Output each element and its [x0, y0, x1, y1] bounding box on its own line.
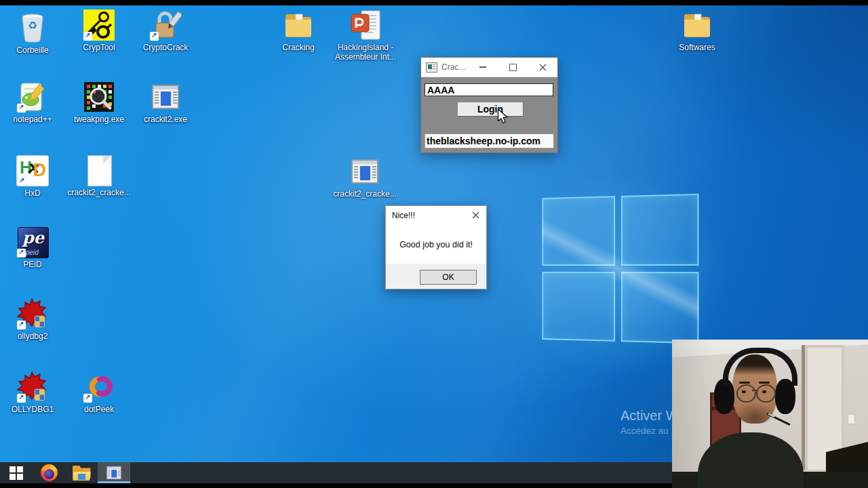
- watermark-line1: Activer W: [620, 408, 679, 424]
- desktop-icon-label: PEiD: [23, 260, 41, 269]
- webcam-overlay: [672, 340, 868, 488]
- crackme-window-titlebar[interactable]: Crac...: [421, 58, 557, 77]
- activation-watermark: Activer W Accédez au: [620, 408, 679, 436]
- app-window-icon: [426, 62, 437, 73]
- shortcut-arrow-icon: [17, 394, 26, 403]
- windows-logo-wallpaper: [542, 194, 698, 344]
- shortcut-arrow-icon: [83, 394, 92, 403]
- desktop-icon-tweakpng[interactable]: tweakpng.exe: [68, 81, 130, 124]
- tweakpng-magnifier-icon: [83, 81, 115, 113]
- dialog-title: Nice!!!: [392, 211, 415, 220]
- desktop-icon-hackingisland[interactable]: HackingIsland - Assembleur Int...: [328, 9, 403, 62]
- desktop-icon-peid[interactable]: PEiD: [1, 226, 64, 269]
- hxd-icon: [16, 155, 49, 186]
- folder-icon: [681, 9, 713, 41]
- screen: Corbeille CrypTool CryptoCrack notepad++…: [0, 0, 868, 488]
- maximize-button[interactable]: [498, 58, 528, 77]
- desktop-icon-label: crackit2_cracke...: [67, 188, 130, 197]
- headphone-band: [723, 348, 797, 386]
- blank-document-icon: [87, 155, 112, 186]
- file-explorer-icon: [73, 466, 91, 481]
- glasses-lens-right: [756, 384, 776, 403]
- glasses-lens-left: [736, 384, 756, 403]
- shortcut-arrow-icon: [17, 249, 26, 258]
- desktop-icon-crackit2-exe[interactable]: crackit2.exe: [134, 81, 197, 124]
- ollydbg-icon: [16, 298, 49, 329]
- desktop-icon-label: crackit2_cracke...: [333, 189, 396, 199]
- app-window-icon: [149, 81, 182, 113]
- desktop-icon-label: crackit2.exe: [144, 115, 187, 124]
- desktop-icon-label: OLLYDBG1: [12, 405, 54, 414]
- dotpeek-icon: [83, 371, 115, 403]
- watermark-line2: Accédez au: [620, 426, 679, 436]
- dialog-footer: OK: [386, 264, 486, 289]
- crackme-window: Crac... Login theblacksheep.no-ip.com: [420, 57, 558, 153]
- padlock-pencil-icon: [149, 9, 182, 41]
- desktop-icon-ollydbg2[interactable]: ollydbg2: [1, 298, 64, 341]
- minimize-icon: [479, 66, 486, 68]
- firefox-icon: [41, 464, 58, 481]
- desktop-icon-cracking-folder[interactable]: Cracking: [267, 9, 330, 52]
- desktop-icon-label: HxD: [24, 188, 40, 198]
- close-icon: [472, 211, 479, 219]
- dialog-close-button[interactable]: [471, 211, 480, 220]
- desktop-icon-hxd[interactable]: HxD: [1, 155, 64, 198]
- taskbar-firefox-button[interactable]: [33, 462, 65, 483]
- desktop-icon-label: tweakpng.exe: [74, 115, 124, 124]
- window-title: Crac...: [441, 62, 468, 72]
- maximize-icon: [509, 64, 517, 71]
- folder-icon: [282, 9, 315, 41]
- desktop-icon-crackit2-cracked-doc[interactable]: crackit2_cracke...: [68, 155, 130, 197]
- webcam-light-switch: [848, 414, 855, 424]
- desktop-icon-label: Cracking: [282, 43, 314, 52]
- server-field[interactable]: theblacksheep.no-ip.com: [425, 134, 554, 148]
- desktop-icon-ollydbg1[interactable]: OLLYDBG1: [1, 371, 64, 414]
- app-window-icon: [105, 464, 123, 481]
- desktop-icon-label: dotPeek: [84, 405, 114, 414]
- powerpoint-doc-icon: [349, 9, 382, 41]
- app-window-icon: [349, 156, 381, 187]
- desktop-icon-cryptool[interactable]: CrypTool: [68, 9, 130, 52]
- shortcut-arrow-icon: [17, 321, 26, 329]
- desktop-icon-label: Corbeille: [16, 45, 48, 55]
- desktop-icon-label: HackingIsland - Assembleur Int...: [328, 43, 403, 62]
- mouse-cursor: [497, 108, 509, 127]
- notepad-plus-plus-icon: [16, 81, 49, 113]
- close-button[interactable]: [528, 58, 557, 77]
- shortcut-arrow-icon: [18, 177, 26, 186]
- desktop-icon-label: notepad++: [13, 115, 52, 124]
- desktop-icon-label: ollydbg2: [18, 331, 48, 341]
- shortcut-arrow-icon: [17, 104, 26, 113]
- desktop-icon-softwares-folder[interactable]: Softwares: [666, 9, 728, 52]
- desktop-icon-corbeille[interactable]: Corbeille: [1, 12, 64, 55]
- desktop-icon-crackit2-cracked-app[interactable]: crackit2_cracke...: [334, 156, 396, 199]
- shortcut-arrow-icon: [150, 32, 159, 41]
- taskbar-crackit2-app-button[interactable]: [98, 462, 130, 483]
- desktop-icon-label: CrypTool: [83, 43, 115, 52]
- username-input[interactable]: [425, 83, 553, 96]
- ok-button[interactable]: OK: [420, 270, 477, 285]
- start-button[interactable]: [0, 462, 33, 483]
- windows-start-icon: [9, 466, 23, 480]
- recycle-bin-icon: [16, 12, 49, 43]
- cryptool-icon: [83, 9, 115, 41]
- desktop-icon-label: CryptoCrack: [143, 43, 189, 52]
- shortcut-arrow-icon: [83, 32, 92, 41]
- login-button[interactable]: Login: [457, 102, 524, 117]
- ollydbg-icon: [16, 371, 49, 403]
- desktop-icon-label: Softwares: [679, 43, 715, 52]
- close-icon: [539, 64, 547, 71]
- desktop-icon-notepadpp[interactable]: notepad++: [1, 81, 64, 124]
- dialog-message: Good job you did it!: [386, 240, 486, 249]
- taskbar-file-explorer-button[interactable]: [65, 462, 98, 483]
- desktop-icon-dotpeek[interactable]: dotPeek: [68, 371, 130, 414]
- desktop-icon-cryptocrack[interactable]: CryptoCrack: [134, 9, 197, 52]
- minimize-button[interactable]: [468, 58, 498, 77]
- success-dialog: Nice!!! Good job you did it! OK: [385, 205, 487, 289]
